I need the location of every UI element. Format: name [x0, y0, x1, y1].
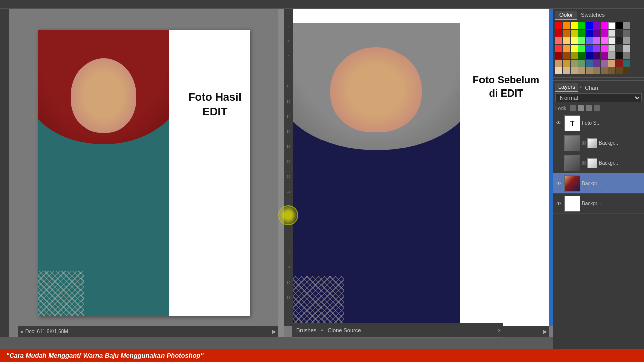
swatch-6-7[interactable]	[601, 60, 608, 67]
swatch-darkmagenta[interactable]	[601, 30, 608, 37]
layer-eye-4[interactable]: 👁	[555, 180, 562, 187]
swatch-7-1[interactable]	[555, 67, 562, 74]
swatch-black[interactable]	[616, 22, 623, 29]
lock-transparent-icon[interactable]	[570, 105, 576, 111]
swatch-yellow[interactable]	[571, 22, 578, 29]
swatch-5-6[interactable]	[593, 52, 600, 59]
swatch-darkred[interactable]	[555, 30, 562, 37]
swatch-lightgreen[interactable]	[578, 37, 585, 44]
swatch-5-5[interactable]	[586, 52, 593, 59]
swatch-7-3[interactable]	[571, 67, 578, 74]
swatch-4-1[interactable]	[555, 45, 562, 52]
layer-eye-2[interactable]: 👁	[555, 140, 562, 147]
swatch-white[interactable]	[608, 22, 615, 29]
blend-mode-row: Normal	[553, 92, 644, 103]
swatch-5-1[interactable]	[555, 52, 562, 59]
layer-item-3[interactable]: 👁 ⛓ Backgr...	[553, 153, 644, 173]
swatch-6-1[interactable]	[555, 60, 562, 67]
channels-tab[interactable]: Chan	[582, 84, 601, 92]
swatch-lightred[interactable]	[555, 37, 562, 44]
swatch-5-3[interactable]	[571, 52, 578, 59]
swatch-7-6[interactable]	[593, 67, 600, 74]
swatch-lightorange[interactable]	[563, 37, 570, 44]
swatch-darkyellow[interactable]	[571, 30, 578, 37]
layer-eye-5[interactable]: 👁	[555, 200, 562, 207]
swatch-7-8[interactable]	[608, 67, 615, 74]
swatch-7-7[interactable]	[601, 67, 608, 74]
swatch-6-9[interactable]	[616, 60, 623, 67]
swatch-4-7[interactable]	[601, 45, 608, 52]
swatch-lightyellow[interactable]	[571, 37, 578, 44]
swatch-7-9[interactable]	[616, 67, 623, 74]
canvas-separator	[280, 9, 284, 337]
swatch-6-6[interactable]	[593, 60, 600, 67]
swatch-7-10[interactable]	[623, 67, 630, 74]
panel-minimize[interactable]: —	[487, 328, 496, 333]
blend-mode-select[interactable]: Normal	[555, 93, 642, 102]
swatch-6-2[interactable]	[563, 60, 570, 67]
layer-eye-1[interactable]: 👁	[555, 120, 562, 127]
layer-item-2[interactable]: 👁 ⛓ Backgr...	[553, 133, 644, 153]
swatch-7-4[interactable]	[578, 67, 585, 74]
swatch-blue[interactable]	[586, 22, 593, 29]
swatch-lightpurple[interactable]	[593, 37, 600, 44]
swatch-7-5[interactable]	[586, 67, 593, 74]
swatch-7-2[interactable]	[563, 67, 570, 74]
swatch-5-9[interactable]	[616, 52, 623, 59]
swatch-lightgray[interactable]	[608, 30, 615, 37]
swatch-4-9[interactable]	[616, 45, 623, 52]
layer-item-text[interactable]: 👁 T Foto S...	[553, 113, 644, 133]
color-tab[interactable]: Color	[555, 11, 577, 20]
swatch-row-2	[555, 30, 642, 37]
swatch-4-3[interactable]	[571, 45, 578, 52]
swatches-tab[interactable]: Swatches	[577, 11, 609, 20]
clone-source-tab[interactable]: Clone Source	[324, 326, 365, 334]
photo-document-left: Foto Hasil EDIT	[38, 30, 250, 316]
layer-item-4[interactable]: 👁 Backgr...	[553, 173, 644, 194]
swatch-darkorange[interactable]	[563, 30, 570, 37]
swatch-verylightgray[interactable]	[608, 37, 615, 44]
swatch-gray2[interactable]	[623, 37, 630, 44]
panel-close[interactable]: ×	[496, 328, 503, 333]
swatch-darkgreen[interactable]	[578, 30, 585, 37]
layer-eye-3[interactable]: 👁	[555, 160, 562, 167]
swatch-purple[interactable]	[593, 22, 600, 29]
swatch-nearblack[interactable]	[616, 37, 623, 44]
swatch-gray[interactable]	[623, 22, 630, 29]
lock-position-icon[interactable]	[586, 105, 592, 111]
swatch-5-10[interactable]	[623, 52, 630, 59]
swatch-red[interactable]	[555, 22, 562, 29]
swatch-5-4[interactable]	[578, 52, 585, 59]
lock-image-icon[interactable]	[578, 105, 584, 111]
swatch-5-2[interactable]	[563, 52, 570, 59]
swatch-6-5[interactable]	[586, 60, 593, 67]
layer-mask-3	[587, 158, 597, 168]
swatch-darkpurple[interactable]	[593, 30, 600, 37]
swatch-6-4[interactable]	[578, 60, 585, 67]
swatch-lightblue[interactable]	[586, 37, 593, 44]
swatch-5-7[interactable]	[601, 52, 608, 59]
swatch-4-5[interactable]	[586, 45, 593, 52]
swatch-5-8[interactable]	[608, 52, 615, 59]
layers-tab[interactable]: Layers	[555, 83, 578, 92]
swatch-4-2[interactable]	[563, 45, 570, 52]
swatch-green[interactable]	[578, 22, 585, 29]
swatch-lightmagenta[interactable]	[601, 37, 608, 44]
swatch-magenta[interactable]	[601, 22, 608, 29]
swatch-4-8[interactable]	[608, 45, 615, 52]
swatch-6-3[interactable]	[571, 60, 578, 67]
photo-document-right: Foto Sebelum di EDIT	[293, 23, 549, 326]
swatch-4-6[interactable]	[593, 45, 600, 52]
brushes-tab[interactable]: Brushes	[292, 326, 320, 334]
layer-name-4: Backgr...	[582, 180, 642, 186]
swatch-medgray[interactable]	[623, 30, 630, 37]
swatch-verydarkgray[interactable]	[616, 30, 623, 37]
swatch-4-10[interactable]	[623, 45, 630, 52]
swatch-6-10[interactable]	[623, 60, 630, 67]
lock-all-icon[interactable]	[594, 105, 600, 111]
layer-item-5[interactable]: 👁 Backgr...	[553, 194, 644, 214]
swatch-6-8[interactable]	[608, 60, 615, 67]
swatch-darkblue[interactable]	[586, 30, 593, 37]
swatch-orange[interactable]	[563, 22, 570, 29]
swatch-4-4[interactable]	[578, 45, 585, 52]
